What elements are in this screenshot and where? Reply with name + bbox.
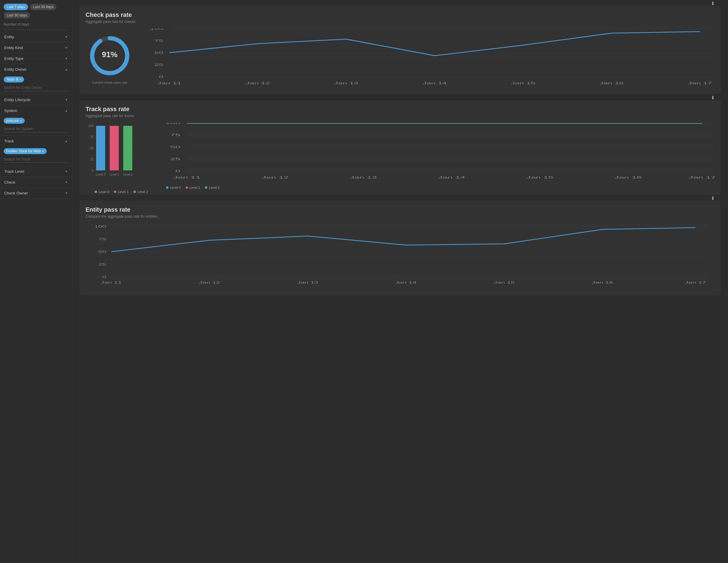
- check-pass-rate-download-button[interactable]: ⬇: [711, 1, 715, 6]
- track-level-filter-label: Track Level: [4, 169, 24, 174]
- entity-type-filter-section: Entity Type ▼: [0, 53, 72, 64]
- legend-level1-bar-label: Level 1: [118, 190, 128, 194]
- podcast-chip-remove[interactable]: ×: [20, 119, 22, 123]
- entity-lifecycle-filter-label: Entity Lifecycle: [4, 98, 30, 102]
- svg-text:Level 1: Level 1: [109, 173, 119, 176]
- check-pass-rate-layout: 91% Current check pass rate 100 75 50 25: [86, 29, 715, 89]
- legend-level1-line: Level 1: [186, 186, 200, 189]
- svg-text:Jan 16: Jan 16: [615, 176, 642, 180]
- svg-text:Jan 13: Jan 13: [297, 281, 318, 284]
- track-pass-rate-title: Track pass rate: [86, 106, 134, 113]
- track-filter-header[interactable]: Track ▲: [0, 136, 72, 146]
- track-filter-body: Golden State for Web ×: [0, 146, 72, 166]
- track-pass-rate-download-button[interactable]: ⬇: [711, 95, 715, 101]
- svg-text:100: 100: [94, 225, 106, 229]
- svg-text:Jan 11: Jan 11: [174, 176, 201, 180]
- svg-text:Jan 12: Jan 12: [199, 281, 220, 284]
- svg-text:91%: 91%: [102, 50, 118, 59]
- number-of-days-label: Number of days: [0, 19, 72, 28]
- svg-text:Jan 16: Jan 16: [599, 81, 624, 85]
- team-b-chip-label: Team B: [6, 77, 18, 82]
- check-owner-filter-label: Check Owner: [4, 191, 28, 196]
- svg-text:25: 25: [98, 263, 106, 267]
- svg-text:0: 0: [175, 169, 180, 173]
- check-filter-header[interactable]: Check ▼: [0, 177, 72, 188]
- system-filter-label: System: [4, 108, 17, 113]
- svg-text:Jan 11: Jan 11: [157, 81, 181, 85]
- check-owner-filter-section: Check Owner ▼: [0, 188, 72, 199]
- svg-text:Jan 12: Jan 12: [246, 81, 270, 85]
- svg-text:100: 100: [88, 124, 93, 128]
- entity-owner-filter-body: Team B ×: [0, 75, 72, 94]
- entity-pass-rate-download-button[interactable]: ⬇: [711, 196, 715, 201]
- svg-text:50: 50: [98, 250, 106, 254]
- check-filter-section: Check ▼: [0, 177, 72, 188]
- legend-level1-bar: Level 1: [114, 190, 128, 194]
- svg-text:Jan 17: Jan 17: [685, 281, 706, 284]
- last-30-days-button[interactable]: Last 30 days: [30, 4, 56, 10]
- entity-pass-rate-title: Entity pass rate: [86, 206, 157, 213]
- system-filter-header[interactable]: System ▲: [0, 105, 72, 116]
- svg-text:Level 0: Level 0: [96, 173, 106, 176]
- check-owner-chevron-icon: ▼: [65, 192, 68, 195]
- svg-rect-30: [96, 126, 105, 171]
- golden-state-chip-remove[interactable]: ×: [42, 149, 44, 153]
- track-level-filter-header[interactable]: Track Level ▼: [0, 166, 72, 177]
- entity-owner-chevron-icon: ▲: [65, 68, 68, 71]
- podcast-chip-label: podcast: [6, 119, 19, 123]
- team-b-chip-remove[interactable]: ×: [20, 78, 22, 82]
- entity-lifecycle-filter-header[interactable]: Entity Lifecycle ▼: [0, 95, 72, 105]
- legend-level0-bar: Level 0: [95, 190, 109, 194]
- track-search[interactable]: [4, 156, 68, 163]
- svg-text:50: 50: [90, 147, 94, 150]
- svg-text:50: 50: [171, 145, 180, 149]
- track-level-chevron-icon: ▼: [65, 170, 68, 173]
- entity-kind-filter-section: Entity Kind ▼: [0, 42, 72, 53]
- entity-filter-label: Entity: [4, 35, 14, 39]
- legend-level0-line-label: Level 0: [170, 186, 180, 189]
- legend-level0-bar-label: Level 0: [99, 190, 109, 194]
- last-7-days-button[interactable]: Last 7 days: [4, 4, 28, 10]
- entity-type-filter-header[interactable]: Entity Type ▼: [0, 53, 72, 64]
- svg-text:Jan 17: Jan 17: [689, 176, 715, 180]
- last-90-days-button[interactable]: Last 90 days: [4, 12, 30, 19]
- system-filter-body: podcast ×: [0, 116, 72, 136]
- svg-text:Level 2: Level 2: [123, 173, 133, 176]
- entity-owner-filter-header[interactable]: Entity Owner ▲: [0, 64, 72, 75]
- line-chart-legend: Level 0 Level 1 Level 2: [154, 186, 715, 189]
- entity-filter-header[interactable]: Entity ▼: [0, 32, 72, 42]
- entity-kind-filter-label: Entity Kind: [4, 45, 23, 50]
- main-content: Check pass rate Aggregate pass rate for …: [72, 0, 728, 563]
- svg-text:100: 100: [150, 29, 163, 30]
- check-pass-rate-subtitle: Aggregate pass rate for checks: [86, 20, 136, 24]
- check-filter-label: Check: [4, 180, 15, 185]
- svg-text:75: 75: [90, 136, 94, 139]
- svg-text:Jan 12: Jan 12: [262, 176, 289, 180]
- legend-level2-line-label: Level 2: [209, 186, 219, 189]
- svg-text:Jan 14: Jan 14: [422, 81, 447, 85]
- svg-text:Jan 11: Jan 11: [101, 281, 122, 284]
- entity-owner-search[interactable]: [4, 84, 68, 91]
- svg-text:Jan 15: Jan 15: [526, 176, 554, 180]
- track-level-filter-section: Track Level ▼: [0, 166, 72, 177]
- svg-text:75: 75: [154, 39, 163, 42]
- track-pass-rate-subtitle: Aggregate pass rate for tracks: [86, 114, 134, 118]
- donut-chart: 91%: [87, 33, 132, 78]
- legend-level0-line: Level 0: [166, 186, 180, 189]
- entity-lifecycle-filter-section: Entity Lifecycle ▼: [0, 95, 72, 105]
- legend-level2-bar-label: Level 2: [137, 190, 148, 194]
- check-owner-filter-header[interactable]: Check Owner ▼: [0, 188, 72, 199]
- system-search[interactable]: [4, 126, 68, 133]
- svg-text:Jan 15: Jan 15: [494, 281, 515, 284]
- sidebar: Last 7 days Last 30 days Last 90 days Nu…: [0, 0, 72, 563]
- bar-chart-legend: Level 0 Level 1 Level 2: [86, 190, 148, 194]
- podcast-chip: podcast ×: [4, 118, 25, 124]
- entity-kind-filter-header[interactable]: Entity Kind ▼: [0, 42, 72, 53]
- track-pass-rate-bar-chart: 100 75 50 25 0 Level 0 Level 1 Level 2: [86, 123, 148, 189]
- legend-level2-bar: Level 2: [133, 190, 148, 194]
- svg-text:Jan 16: Jan 16: [592, 281, 613, 284]
- entity-owner-filter-label: Entity Owner: [4, 67, 27, 72]
- entity-chevron-icon: ▼: [65, 35, 68, 39]
- entity-owner-filter-section: Entity Owner ▲ Team B ×: [0, 64, 72, 95]
- track-pass-rate-card: Track pass rate Aggregate pass rate for …: [80, 100, 721, 195]
